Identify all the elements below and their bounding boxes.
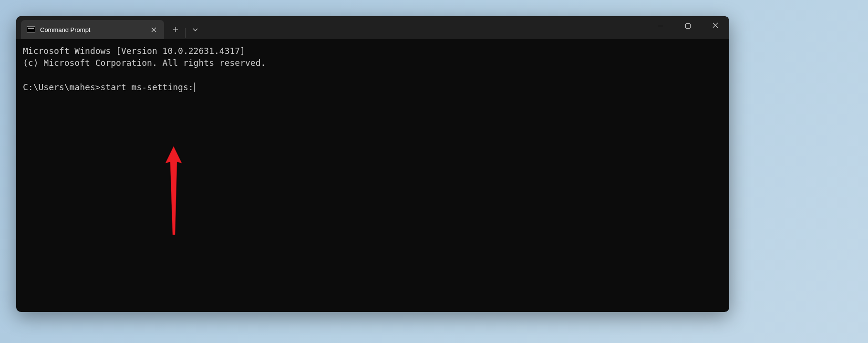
version-line: Microsoft Windows [Version 10.0.22631.43… [23, 46, 245, 56]
tab-actions [168, 20, 203, 39]
close-window-button[interactable] [702, 16, 729, 35]
tab-divider [185, 28, 186, 38]
minimize-button[interactable] [646, 16, 674, 35]
tab-dropdown-button[interactable] [187, 22, 203, 37]
new-tab-button[interactable] [168, 22, 183, 37]
tab-title: Command Prompt [40, 26, 144, 33]
cmd-icon [27, 26, 35, 33]
close-icon [151, 27, 156, 32]
window-controls [646, 16, 729, 35]
cursor [194, 83, 195, 92]
copyright-line: (c) Microsoft Corporation. All rights re… [23, 58, 266, 68]
maximize-icon [685, 23, 691, 29]
tab-command-prompt[interactable]: Command Prompt [21, 20, 164, 39]
annotation-arrow [131, 135, 186, 252]
prompt-text: C:\Users\mahes> [23, 82, 101, 92]
plus-icon [173, 27, 178, 32]
minimize-icon [658, 26, 663, 26]
chevron-down-icon [193, 28, 198, 31]
command-text: start ms-settings: [101, 82, 194, 92]
titlebar: Command Prompt [16, 16, 729, 39]
close-icon [713, 22, 718, 29]
maximize-button[interactable] [674, 16, 702, 35]
terminal-window: Command Prompt [16, 16, 729, 312]
tab-close-button[interactable] [149, 25, 158, 34]
terminal-output[interactable]: Microsoft Windows [Version 10.0.22631.43… [16, 39, 729, 135]
